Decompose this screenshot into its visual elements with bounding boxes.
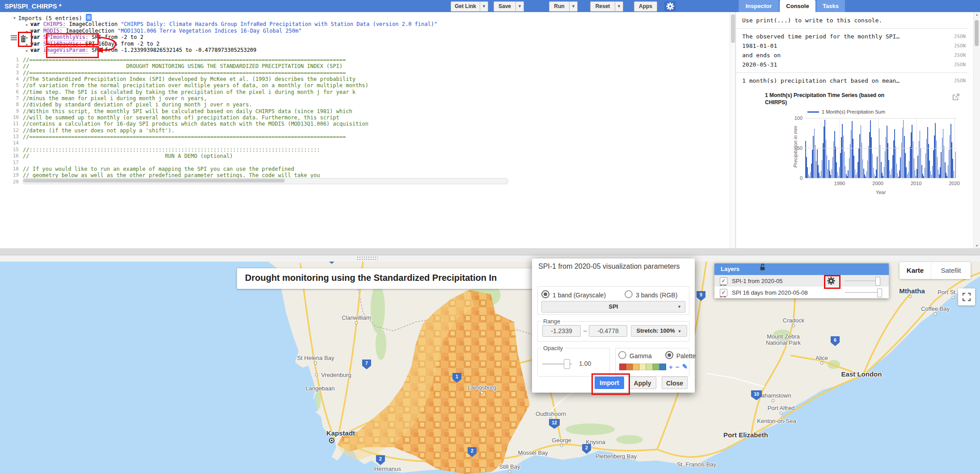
imports-header[interactable]: ▼ Imports (5 entries)	[13, 14, 92, 21]
palette-swatch[interactable]	[659, 364, 666, 370]
expand-triangle-icon[interactable]: ▶	[26, 42, 28, 47]
code-line[interactable]: 17	[0, 160, 730, 166]
code-line[interactable]: 7//minus the mean for pixel i during mon…	[0, 95, 730, 102]
code-line[interactable]: 6//time step. The SPI is calculated by t…	[0, 89, 730, 95]
code-line[interactable]: 8//divided by standard deviation of pixe…	[0, 102, 730, 108]
code-line[interactable]: 18// If you would like to run an example…	[0, 166, 730, 172]
palette-swatch[interactable]	[619, 364, 626, 370]
chart-vgridline	[916, 118, 917, 178]
code-editor[interactable]: ▼ Imports (5 entries) ▶var CHIRPS: Image…	[0, 12, 736, 248]
scroll-up-icon[interactable]: ▲	[974, 13, 980, 16]
code-lines[interactable]: 1//=====================================…	[0, 57, 730, 185]
import-row[interactable]: ▶var imageVisParam: SPI from -1.23399398…	[26, 47, 437, 54]
json-badge-button[interactable]: JSON	[954, 78, 966, 84]
tab-inspector[interactable]: Inspector	[739, 0, 779, 12]
code-line[interactable]: 5//of variation from the normal precipit…	[0, 82, 730, 89]
import-row-gutter	[11, 34, 27, 43]
map-type-map-button[interactable]: Karte	[900, 262, 931, 279]
palette-swatch[interactable]	[626, 364, 633, 370]
map-type-satellite-button[interactable]: Satellit	[931, 262, 971, 279]
hscroll-thumb[interactable]	[23, 179, 285, 182]
run-dropdown-arrow[interactable]: ▼	[570, 1, 578, 12]
radio-3-bands-rgb[interactable]	[625, 290, 633, 298]
vscroll-thumb[interactable]	[731, 14, 735, 43]
scroll-down-icon[interactable]: ▼	[974, 244, 980, 247]
import-button[interactable]: Import	[595, 377, 624, 389]
palette-swatch[interactable]	[646, 364, 653, 370]
opacity-slider-handle[interactable]	[564, 359, 570, 369]
code-line[interactable]: 1//=====================================…	[0, 57, 730, 63]
code-line[interactable]: 15//::::::::::::::::::::::::::::::::::::…	[0, 147, 730, 153]
layer-settings-gear-icon[interactable]	[827, 277, 835, 285]
import-row[interactable]: ▶var SPI16DayVis: SPI_16Days from -2 to …	[26, 41, 437, 47]
range-min-input[interactable]: -1.2339	[542, 325, 581, 337]
expand-triangle-icon[interactable]: ▶	[26, 36, 28, 40]
open-in-new-icon[interactable]	[952, 93, 960, 101]
code-line[interactable]: 13//====================================…	[0, 134, 730, 140]
reset-button[interactable]: Reset	[590, 1, 615, 12]
layer-checkbox[interactable]: ✓	[720, 289, 727, 296]
json-badge-button[interactable]: JSON	[954, 62, 966, 68]
get-link-button[interactable]: Get Link	[451, 1, 480, 12]
apply-button[interactable]: Apply	[629, 377, 656, 389]
save-button[interactable]: Save	[494, 1, 516, 12]
band-select-dropdown[interactable]: SPI ▼	[541, 301, 685, 313]
json-badge-button[interactable]: JSON	[954, 52, 966, 58]
apps-button[interactable]: Apps	[634, 1, 657, 12]
expand-triangle-icon[interactable]: ▶	[26, 23, 28, 27]
get-link-dropdown-arrow[interactable]: ▼	[480, 1, 488, 12]
code-line[interactable]: 4//The Standardized Precipitation Index …	[0, 76, 730, 82]
layer-opacity-handle[interactable]	[877, 288, 882, 297]
stretch-dropdown[interactable]: Stretch: 100%▼	[631, 325, 687, 337]
console-scroll-thumb[interactable]	[975, 20, 979, 46]
import-row[interactable]: ▶var SPImonthlyVis: SPI from -2 to 2	[26, 34, 437, 41]
code-line[interactable]: 11//contains a calculation for 16-day SP…	[0, 121, 730, 127]
palette-swatch[interactable]	[653, 364, 659, 370]
collapse-triangle-icon[interactable]: ▼	[13, 16, 16, 20]
tab-tasks[interactable]: Tasks	[816, 0, 845, 12]
editor-vertical-scrollbar[interactable]	[730, 12, 736, 248]
code-line[interactable]: 14	[0, 140, 730, 146]
import-row[interactable]: ▶var MODIS: ImageCollection "MOD13Q1.006…	[26, 28, 437, 34]
lock-icon[interactable]	[759, 263, 766, 275]
remove-color-button[interactable]: −	[676, 363, 680, 371]
editor-horizontal-scrollbar[interactable]	[22, 178, 508, 184]
layer-opacity-slider[interactable]	[845, 292, 879, 293]
panel-splitter[interactable]	[0, 248, 980, 262]
palette-swatch[interactable]	[633, 364, 639, 370]
add-color-button[interactable]: +	[669, 363, 673, 371]
json-badge-button[interactable]: JSON	[954, 34, 966, 39]
layer-opacity-slider[interactable]	[845, 280, 879, 281]
run-button[interactable]: Run	[549, 1, 570, 12]
splitter-drag-handle[interactable]	[357, 257, 378, 260]
layer-opacity-handle[interactable]	[875, 277, 880, 286]
edit-palette-icon[interactable]: ✎	[682, 363, 688, 371]
code-line[interactable]: 2// DROUGHT MONITORING USING THE STANDAR…	[0, 63, 730, 69]
save-dropdown-arrow[interactable]: ▼	[516, 1, 524, 12]
code-line[interactable]: 3//=====================================…	[0, 70, 730, 76]
radio-gamma[interactable]	[618, 351, 626, 359]
fullscreen-button[interactable]	[958, 288, 975, 305]
radio-1-band-grayscale[interactable]	[541, 290, 549, 298]
reset-dropdown-arrow[interactable]: ▼	[615, 1, 623, 12]
range-max-input[interactable]: -0.4778	[589, 325, 627, 337]
close-button[interactable]: Close	[662, 377, 688, 389]
tab-console[interactable]: Console	[780, 0, 815, 12]
radio-palette[interactable]	[665, 351, 673, 359]
code-line[interactable]: 10//will be summed up to monthly (or sev…	[0, 114, 730, 121]
map-label-vredenburg: Vredenburg	[321, 372, 351, 378]
town-dot	[560, 444, 563, 447]
drag-handle-icon[interactable]	[11, 35, 17, 42]
console-vertical-scrollbar[interactable]: ▲ ▼	[973, 12, 980, 248]
layer-checkbox[interactable]: ✓	[720, 277, 727, 285]
json-badge-button[interactable]: JSON	[954, 43, 966, 49]
code-line[interactable]: 9//Within this script, the monthly SPI w…	[0, 108, 730, 114]
settings-gear-button[interactable]	[664, 1, 676, 11]
code-line[interactable]: 12//dates (if the user does not apply a …	[0, 127, 730, 134]
code-line[interactable]: 16// RUN A DEMO (optional)	[0, 153, 730, 159]
palette-swatch[interactable]	[639, 364, 646, 370]
expand-triangle-icon[interactable]: ▶	[26, 49, 28, 53]
expand-triangle-icon[interactable]: ▶	[26, 30, 28, 34]
import-row[interactable]: ▶var CHIRPS: ImageCollection "CHIRPS Dai…	[26, 21, 437, 28]
layers-panel-header[interactable]: Layers	[714, 263, 889, 275]
